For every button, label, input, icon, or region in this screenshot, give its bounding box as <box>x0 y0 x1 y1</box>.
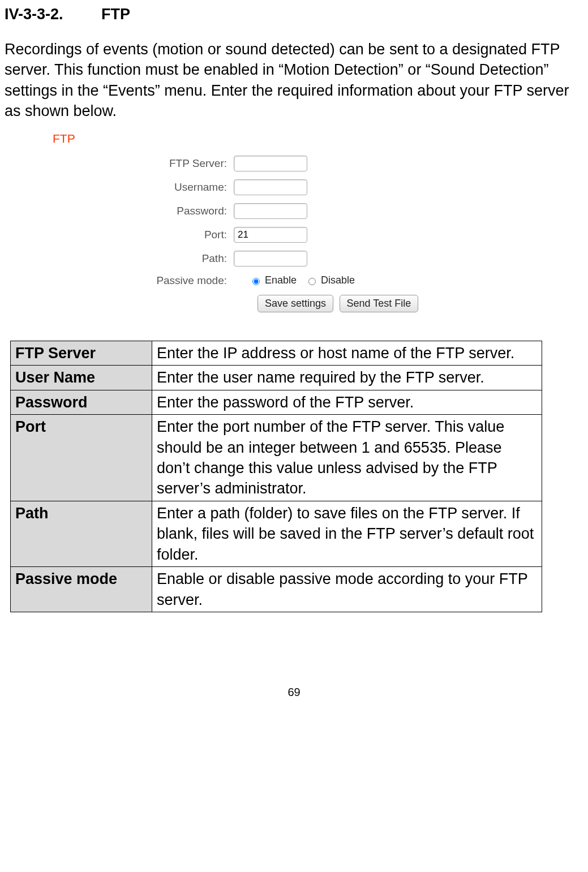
row-ftp-server: FTP Server: <box>36 156 583 171</box>
input-path[interactable] <box>234 251 307 267</box>
table-row: Path Enter a path (folder) to save files… <box>11 501 542 566</box>
input-username[interactable] <box>234 179 307 195</box>
table-row: Port Enter the port number of the FTP se… <box>11 415 542 501</box>
cell-label: Path <box>11 501 152 566</box>
cell-label: Password <box>11 390 152 414</box>
input-port[interactable] <box>234 227 307 243</box>
cell-label: Port <box>11 415 152 501</box>
cell-desc: Enter the IP address or host name of the… <box>152 341 542 365</box>
label-passive-mode: Passive mode: <box>36 274 234 287</box>
label-path: Path: <box>36 252 234 265</box>
send-test-file-button[interactable]: Send Test File <box>340 295 419 312</box>
cell-desc: Enter the password of the FTP server. <box>152 390 542 414</box>
cell-desc: Enter the port number of the FTP server.… <box>152 415 542 501</box>
table-row: FTP Server Enter the IP address or host … <box>11 341 542 365</box>
button-row: Save settings Send Test File <box>257 295 583 312</box>
page-number: 69 <box>5 686 583 699</box>
cell-desc: Enable or disable passive mode according… <box>152 567 542 612</box>
input-password[interactable] <box>234 203 307 219</box>
ftp-form: FTP FTP Server: Username: Password: Port… <box>36 132 583 312</box>
radio-label-enable: Enable <box>265 274 297 286</box>
row-port: Port: <box>36 227 583 243</box>
save-settings-button[interactable]: Save settings <box>257 295 333 312</box>
row-path: Path: <box>36 251 583 267</box>
cell-label: Passive mode <box>11 567 152 612</box>
section-header: IV-3-3-2. FTP <box>5 6 583 23</box>
section-number: IV-3-3-2. <box>5 6 63 23</box>
table-row: Password Enter the password of the FTP s… <box>11 390 542 414</box>
label-ftp-server: FTP Server: <box>36 157 234 170</box>
section-title: FTP <box>101 6 130 23</box>
radio-label-disable: Disable <box>321 274 355 286</box>
passive-radio-group: Enable Disable <box>250 274 360 286</box>
table-row: User Name Enter the user name required b… <box>11 366 542 390</box>
row-username: Username: <box>36 179 583 195</box>
row-passive-mode: Passive mode: Enable Disable <box>36 274 583 287</box>
row-password: Password: <box>36 203 583 219</box>
label-password: Password: <box>36 205 234 217</box>
intro-paragraph: Recordings of events (motion or sound de… <box>5 39 583 122</box>
input-ftp-server[interactable] <box>234 156 307 171</box>
form-title: FTP <box>53 132 583 145</box>
cell-desc: Enter a path (folder) to save files on t… <box>152 501 542 566</box>
table-row: Passive mode Enable or disable passive m… <box>11 567 542 612</box>
label-port: Port: <box>36 229 234 241</box>
cell-label: FTP Server <box>11 341 152 365</box>
cell-label: User Name <box>11 366 152 390</box>
radio-passive-enable[interactable] <box>252 278 260 285</box>
radio-passive-disable[interactable] <box>308 278 316 285</box>
cell-desc: Enter the user name required by the FTP … <box>152 366 542 390</box>
label-username: Username: <box>36 181 234 194</box>
description-table: FTP Server Enter the IP address or host … <box>10 341 542 612</box>
